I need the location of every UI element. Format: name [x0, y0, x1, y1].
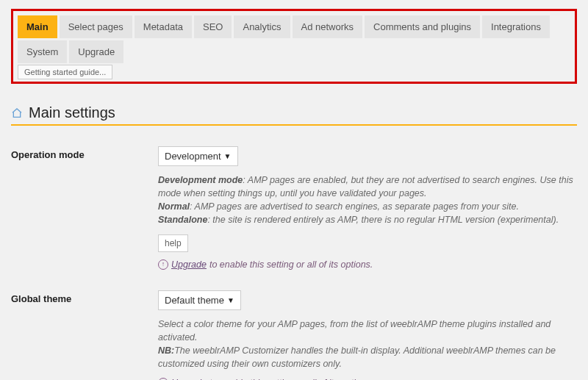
tab-system[interactable]: System [18, 40, 67, 63]
tab-metadata[interactable]: Metadata [135, 15, 192, 38]
operation-mode-description: Development mode: AMP pages are enabled,… [158, 173, 577, 227]
desc-bold: Development mode [158, 175, 243, 185]
chevron-down-icon: ▼ [227, 296, 234, 304]
home-icon [11, 107, 23, 119]
operation-mode-value: Development [165, 151, 221, 162]
primary-tabs: Main Select pages Metadata SEO Analytics… [18, 15, 570, 63]
desc-text: The weeblrAMP Customizer handles the bui… [158, 345, 556, 369]
tab-ad-networks[interactable]: Ad networks [293, 15, 363, 38]
operation-mode-label: Operation mode [11, 146, 158, 270]
tab-select-pages[interactable]: Select pages [60, 15, 132, 38]
tab-comments-plugins[interactable]: Comments and plugins [365, 15, 480, 38]
setting-operation-mode: Operation mode Development ▼ Development… [11, 146, 577, 270]
tab-analytics[interactable]: Analytics [234, 15, 290, 38]
arrow-up-circle-icon: ↑ [158, 259, 168, 270]
operation-mode-select[interactable]: Development ▼ [158, 146, 238, 166]
upgrade-notice: ↑ Upgrade to enable this setting or all … [158, 259, 577, 270]
desc-text: : the site is rendered entirely as AMP, … [207, 215, 559, 225]
desc-text: : AMP pages are advertised to search eng… [190, 201, 519, 212]
subtab-getting-started[interactable]: Getting started guide... [18, 65, 112, 79]
section-header: Main settings [11, 104, 577, 126]
tab-seo[interactable]: SEO [194, 15, 232, 38]
setting-global-theme: Global theme Default theme ▼ Select a co… [11, 290, 577, 381]
upgrade-text: to enable this setting or all of its opt… [209, 259, 373, 270]
desc-bold: Standalone [158, 215, 207, 225]
subtabs: Getting started guide... [18, 66, 570, 77]
upgrade-link[interactable]: Upgrade [171, 259, 207, 270]
page-title: Main settings [29, 104, 115, 121]
help-button[interactable]: help [158, 234, 188, 252]
global-theme-description: Select a color theme for your AMP pages,… [158, 318, 577, 371]
tabs-container: Main Select pages Metadata SEO Analytics… [11, 9, 577, 84]
desc-bold: Normal [158, 201, 190, 212]
chevron-down-icon: ▼ [224, 152, 232, 160]
desc-bold: NB: [158, 345, 174, 356]
tab-upgrade[interactable]: Upgrade [69, 40, 123, 63]
tab-integrations[interactable]: Integrations [482, 15, 550, 38]
global-theme-value: Default theme [165, 295, 224, 306]
desc-text: Select a color theme for your AMP pages,… [158, 319, 551, 343]
global-theme-select[interactable]: Default theme ▼ [158, 290, 241, 310]
global-theme-label: Global theme [11, 290, 158, 381]
tab-main[interactable]: Main [18, 15, 57, 38]
